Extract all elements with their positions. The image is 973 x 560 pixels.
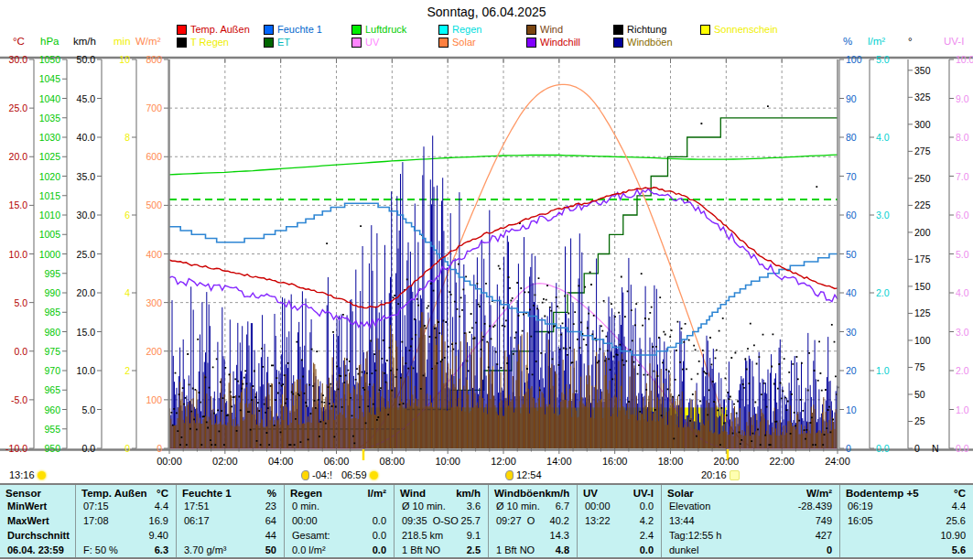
table-cell: 09:27 O40.2 xyxy=(489,513,577,528)
svg-text:100: 100 xyxy=(146,394,162,405)
cell-value: 64 xyxy=(265,515,276,526)
column-title: Solar xyxy=(667,488,694,499)
svg-text:5.0: 5.0 xyxy=(956,249,969,260)
cell-value: 0.0 xyxy=(640,501,654,512)
column-header: UVUV-I xyxy=(578,485,661,499)
astro-marker: 13:16 xyxy=(9,469,46,480)
cell-label: 17:08 xyxy=(83,515,109,526)
astro-marker: 12:54 xyxy=(505,469,542,480)
cell-label: 00:00 xyxy=(292,515,318,526)
svg-text:4.0: 4.0 xyxy=(876,132,890,143)
svg-text:985: 985 xyxy=(44,307,60,318)
table-cell: 16:0525.6 xyxy=(840,513,973,528)
svg-text:l/m²: l/m² xyxy=(868,36,885,47)
cell-label: 06.04. 23:59 xyxy=(7,544,64,555)
table-cell: 2.4 xyxy=(578,528,661,543)
svg-text:45.0: 45.0 xyxy=(77,93,96,104)
svg-text:7.0: 7.0 xyxy=(956,171,969,182)
svg-text:25.0: 25.0 xyxy=(77,249,96,260)
svg-text:N: N xyxy=(932,443,939,454)
svg-text:970: 970 xyxy=(44,365,60,376)
table-cell: Gesamt:0.0 xyxy=(285,528,394,543)
svg-text:5.0: 5.0 xyxy=(876,54,890,65)
time-tick-label: 22:00 xyxy=(769,456,795,467)
astro-marker: -04:! xyxy=(301,469,332,480)
time-tick-label: 08:00 xyxy=(380,456,405,467)
cell-label: 0.0 l/m² xyxy=(292,544,326,555)
table-cell: 0.0 xyxy=(578,543,661,557)
svg-text:1030: 1030 xyxy=(39,132,61,143)
svg-text:30: 30 xyxy=(846,327,857,338)
table-cell: 06.04. 23:59 xyxy=(0,543,75,557)
cell-value: 25.7 xyxy=(461,515,481,526)
cell-value: 0 xyxy=(827,544,832,555)
column-header: Feuchte 1% xyxy=(177,485,284,499)
svg-text:200: 200 xyxy=(914,227,931,238)
svg-text:350: 350 xyxy=(914,65,931,76)
time-tick-label: 04:00 xyxy=(268,456,294,467)
cell-label: 0 min. xyxy=(292,501,319,512)
column-title: Feuchte 1 xyxy=(182,488,232,499)
cell-label: 17:51 xyxy=(184,501,210,512)
svg-text:4: 4 xyxy=(124,287,130,298)
svg-text:100: 100 xyxy=(846,54,862,65)
cell-label: 16:05 xyxy=(848,515,873,526)
svg-text:500: 500 xyxy=(146,199,162,210)
cell-value: 4.4 xyxy=(952,501,966,512)
cell-value: 5.6 xyxy=(952,544,966,555)
svg-text:990: 990 xyxy=(44,287,60,298)
cell-value: 4.2 xyxy=(640,515,654,526)
svg-text:0.0: 0.0 xyxy=(956,443,969,454)
svg-text:1.0: 1.0 xyxy=(956,404,969,415)
svg-text:275: 275 xyxy=(914,145,931,156)
svg-text:1015: 1015 xyxy=(39,190,61,201)
table-cell: MinWert xyxy=(0,499,75,513)
table-cell: 00:000.0 xyxy=(578,499,661,513)
cell-value: 10.90 xyxy=(940,530,966,541)
astro-marker: 20:16 xyxy=(701,469,740,480)
svg-text:5.0: 5.0 xyxy=(14,297,27,308)
table-column-uv: UVUV-I00:000.013:224.22.40.0 xyxy=(577,485,661,557)
svg-text:40.0: 40.0 xyxy=(77,132,96,143)
svg-text:min: min xyxy=(114,36,131,47)
svg-text:800: 800 xyxy=(146,54,162,65)
svg-text:300: 300 xyxy=(146,297,162,308)
table-cell: 1 Bft NO2.5 xyxy=(395,543,488,557)
svg-text:0: 0 xyxy=(914,443,920,454)
svg-text:0.0: 0.0 xyxy=(81,443,95,454)
cell-label: F: 50 % xyxy=(83,544,118,555)
series-solar xyxy=(169,84,838,448)
svg-text:10: 10 xyxy=(119,54,130,65)
moon-icon xyxy=(301,470,309,480)
column-title: Temp. Außen xyxy=(81,488,147,499)
table-cell: Durchschnitt xyxy=(0,528,75,543)
svg-text:955: 955 xyxy=(44,424,60,435)
astro-marker: 06:59 xyxy=(341,469,378,480)
svg-text:175: 175 xyxy=(914,253,931,264)
table-cell: 218.5 km9.1 xyxy=(395,528,488,543)
svg-text:950: 950 xyxy=(44,443,60,454)
svg-text:6.0: 6.0 xyxy=(956,210,969,221)
cell-label: 1 Bft NO xyxy=(496,544,535,555)
cell-label: 09:27 O xyxy=(496,515,535,526)
svg-text:°: ° xyxy=(908,36,913,47)
column-unit: % xyxy=(267,488,276,499)
svg-text:30.0: 30.0 xyxy=(9,54,28,65)
sun-icon xyxy=(38,471,46,479)
svg-text:10.0: 10.0 xyxy=(9,249,28,260)
column-title: Regen xyxy=(290,488,322,499)
svg-text:40: 40 xyxy=(846,287,857,298)
cell-value: 23 xyxy=(265,501,276,512)
cell-label: 09:35 O-SO xyxy=(402,515,459,526)
cell-label: Ø 10 min. xyxy=(402,501,446,512)
column-unit: km/h xyxy=(545,488,569,499)
svg-text:1035: 1035 xyxy=(39,113,61,124)
svg-text:3.0: 3.0 xyxy=(956,327,969,338)
time-axis-labels: 00:0002:0004:0006:0008:0010:0012:0014:00… xyxy=(157,456,850,467)
cell-value: 4.8 xyxy=(556,544,569,555)
sun-icon xyxy=(370,471,378,479)
svg-text:125: 125 xyxy=(914,307,931,318)
table-column-sensor: SensorMinWertMaxWertDurchschnitt06.04. 2… xyxy=(0,485,75,557)
table-cell: 3.70 g/m³50 xyxy=(177,543,284,557)
svg-text:0: 0 xyxy=(846,443,851,454)
